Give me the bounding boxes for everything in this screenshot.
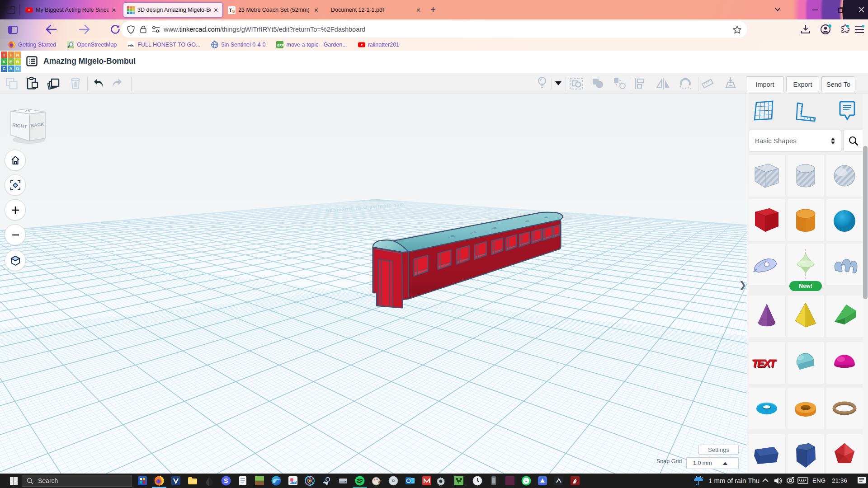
svg-text:GRF: GRF bbox=[277, 43, 284, 47]
svg-text:TEXT: TEXT bbox=[750, 357, 777, 369]
svg-text:Get creative with Tinkercad: Get creative with Tinkercad bbox=[326, 202, 404, 213]
svg-text:S: S bbox=[224, 477, 228, 484]
svg-text:G: G bbox=[232, 9, 235, 13]
svg-text:wix: wix bbox=[128, 43, 134, 47]
